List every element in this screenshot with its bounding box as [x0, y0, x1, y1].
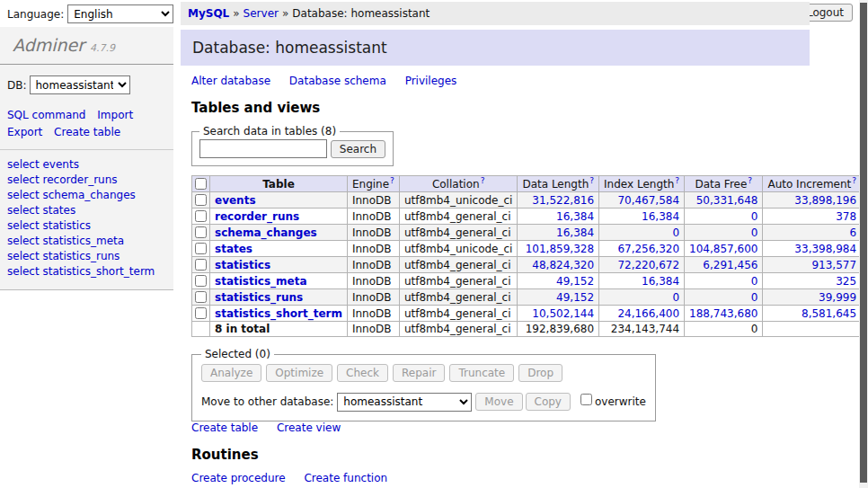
- repair-button[interactable]: [393, 364, 445, 382]
- truncate-button[interactable]: [449, 364, 514, 382]
- analyze-button[interactable]: [201, 364, 261, 382]
- move-db-select[interactable]: homeassistant: [337, 393, 472, 412]
- auto-increment-link[interactable]: 913,577: [811, 259, 856, 271]
- index-length-link[interactable]: 24,166,400: [617, 307, 679, 320]
- sql-command-link[interactable]: SQL command: [7, 109, 85, 121]
- index-length-link[interactable]: 16,384: [642, 210, 679, 223]
- sidebar-table-name-link[interactable]: statistics_runs: [42, 250, 120, 262]
- data-length-link[interactable]: 48,824,320: [532, 259, 594, 271]
- alter-database-link[interactable]: Alter database: [191, 75, 270, 87]
- index-length-link[interactable]: 70,467,584: [617, 194, 679, 207]
- index-length-link[interactable]: 67,256,320: [617, 243, 679, 255]
- data-free-link[interactable]: 188,743,680: [689, 307, 757, 320]
- data-length-link[interactable]: 10,502,144: [532, 307, 594, 320]
- auto-increment-link[interactable]: 6: [849, 226, 856, 239]
- data-free-link[interactable]: 50,331,648: [696, 194, 758, 207]
- sidebar-table-name-link[interactable]: schema_changes: [42, 189, 135, 201]
- column-help-link[interactable]: ?: [748, 176, 752, 185]
- search-button[interactable]: [331, 140, 385, 158]
- table-name-link[interactable]: schema_changes: [215, 226, 317, 239]
- table-name-link[interactable]: statistics_meta: [215, 275, 307, 288]
- scrollbar-thumb[interactable]: [860, 3, 867, 483]
- column-help-link[interactable]: ?: [675, 176, 679, 185]
- auto-increment-link[interactable]: 378: [836, 210, 856, 223]
- column-help-link[interactable]: ?: [390, 176, 394, 185]
- data-free-link[interactable]: 6,291,456: [703, 259, 757, 271]
- table-name-link[interactable]: states: [215, 243, 252, 255]
- breadcrumb-mysql-link[interactable]: MySQL: [188, 7, 229, 20]
- select-table-link[interactable]: select: [7, 219, 40, 232]
- select-table-link[interactable]: select: [7, 173, 40, 186]
- auto-increment-link[interactable]: 39,999: [819, 291, 856, 304]
- privileges-link[interactable]: Privileges: [405, 75, 457, 87]
- index-length-link[interactable]: 0: [672, 226, 679, 239]
- index-length-link[interactable]: 16,384: [642, 275, 679, 288]
- scrollbar[interactable]: [859, 0, 868, 488]
- data-free-link[interactable]: 0: [751, 275, 758, 288]
- column-help-link[interactable]: ?: [589, 176, 594, 185]
- data-length-link[interactable]: 16,384: [556, 226, 594, 239]
- table-name-link[interactable]: statistics_runs: [215, 291, 303, 304]
- sidebar-table-name-link[interactable]: statistics_short_term: [42, 265, 155, 278]
- index-length-link[interactable]: 0: [672, 291, 679, 304]
- row-checkbox[interactable]: [195, 291, 207, 303]
- column-help-link[interactable]: ?: [481, 176, 485, 185]
- auto-increment-link[interactable]: 33,398,984: [794, 243, 856, 255]
- create-view-link[interactable]: Create view: [277, 421, 341, 434]
- import-link[interactable]: Import: [97, 109, 133, 121]
- data-length-link[interactable]: 16,384: [556, 210, 594, 223]
- table-name-link[interactable]: statistics_short_term: [215, 307, 342, 320]
- data-free-link[interactable]: 0: [751, 226, 758, 239]
- data-length-link[interactable]: 49,152: [556, 275, 594, 288]
- row-checkbox[interactable]: [195, 226, 207, 238]
- table-name-link[interactable]: statistics: [215, 259, 270, 271]
- row-checkbox[interactable]: [195, 243, 207, 254]
- copy-button[interactable]: [526, 393, 571, 411]
- check-button[interactable]: [337, 364, 388, 382]
- select-all-checkbox[interactable]: [195, 178, 207, 190]
- auto-increment-link[interactable]: 8,581,645: [802, 307, 856, 320]
- table-name-link[interactable]: events: [215, 194, 256, 207]
- data-length-link[interactable]: 31,522,816: [532, 194, 594, 207]
- data-length-link[interactable]: 101,859,328: [526, 243, 594, 255]
- database-schema-link[interactable]: Database schema: [289, 75, 386, 87]
- select-table-link[interactable]: select: [7, 204, 40, 217]
- select-table-link[interactable]: select: [7, 189, 40, 201]
- drop-button[interactable]: [518, 364, 562, 382]
- overwrite-checkbox[interactable]: [580, 394, 592, 405]
- select-table-link[interactable]: select: [7, 250, 40, 262]
- sidebar-table-name-link[interactable]: events: [42, 158, 78, 171]
- db-select[interactable]: homeassistant: [30, 75, 130, 94]
- row-checkbox[interactable]: [195, 259, 207, 271]
- select-table-link[interactable]: select: [7, 265, 40, 278]
- auto-increment-link[interactable]: 325: [836, 275, 856, 288]
- breadcrumb-server-link[interactable]: Server: [244, 7, 279, 20]
- data-free-link[interactable]: 0: [751, 210, 758, 223]
- create-table-link[interactable]: Create table: [191, 421, 258, 434]
- optimize-button[interactable]: [266, 364, 332, 382]
- data-free-link[interactable]: 0: [751, 291, 758, 304]
- sidebar-table-name-link[interactable]: statistics: [42, 219, 91, 232]
- data-free-link[interactable]: 104,857,600: [689, 243, 757, 255]
- table-name-link[interactable]: recorder_runs: [215, 210, 299, 223]
- row-checkbox[interactable]: [195, 275, 207, 287]
- select-table-link[interactable]: select: [7, 158, 40, 171]
- create-function-link[interactable]: Create function: [304, 472, 387, 484]
- data-length-link[interactable]: 49,152: [556, 291, 594, 304]
- create-procedure-link[interactable]: Create procedure: [191, 472, 286, 484]
- export-link[interactable]: Export: [7, 126, 42, 138]
- sidebar-table-name-link[interactable]: statistics_meta: [42, 235, 124, 247]
- select-table-link[interactable]: select: [7, 235, 40, 247]
- column-help-link[interactable]: ?: [852, 176, 856, 185]
- row-checkbox[interactable]: [195, 307, 207, 319]
- search-input[interactable]: [199, 139, 327, 158]
- sidebar-table-name-link[interactable]: states: [42, 204, 75, 217]
- language-select[interactable]: English: [67, 4, 173, 23]
- index-length-link[interactable]: 72,220,672: [617, 259, 679, 271]
- sidebar-table-name-link[interactable]: recorder_runs: [42, 173, 117, 186]
- move-button[interactable]: [475, 393, 522, 411]
- row-checkbox[interactable]: [195, 194, 207, 206]
- sidebar-create-table-link[interactable]: Create table: [54, 126, 120, 138]
- auto-increment-link[interactable]: 33,898,196: [794, 194, 856, 207]
- row-checkbox[interactable]: [195, 210, 207, 222]
